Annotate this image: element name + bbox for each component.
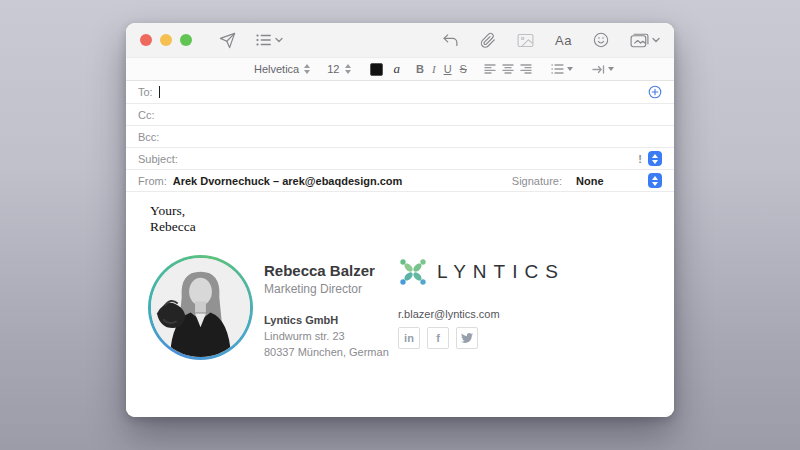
bcc-label: Bcc: — [138, 131, 159, 143]
text-cursor — [159, 86, 160, 98]
linkedin-icon[interactable]: in — [398, 327, 420, 349]
to-label: To: — [138, 86, 153, 98]
signature-job-title: Marketing Director — [264, 282, 391, 296]
signature-select-value: None — [576, 175, 648, 187]
from-value: Arek Dvornechuck – arek@ebaqdesign.com — [173, 175, 403, 187]
font-family-stepper-icon — [304, 64, 310, 74]
priority-stepper[interactable] — [648, 151, 662, 166]
title-bar: Aa — [126, 23, 674, 57]
list-icon — [551, 64, 564, 74]
font-family-value: Helvetica — [254, 63, 299, 75]
indent-icon — [592, 65, 605, 74]
bold-button[interactable]: B — [416, 63, 424, 75]
priority-mark: ! — [638, 153, 642, 165]
facebook-icon[interactable]: f — [427, 327, 449, 349]
underline-button[interactable]: U — [444, 63, 452, 75]
signature-select[interactable] — [648, 173, 662, 188]
emoji-smiley-icon[interactable] — [593, 32, 609, 48]
signature-label: Signature: — [512, 175, 562, 187]
cc-label: Cc: — [138, 109, 155, 121]
signature-company: Lyntics GmbH — [264, 314, 391, 326]
font-color-icon[interactable]: a — [394, 61, 401, 77]
zoom-window-button[interactable] — [180, 34, 192, 46]
social-links: in f — [398, 327, 565, 349]
bcc-field[interactable]: Bcc: — [126, 126, 674, 148]
align-right-icon[interactable] — [520, 64, 532, 74]
strikethrough-button[interactable]: S — [460, 63, 467, 75]
subject-label: Subject: — [138, 153, 178, 165]
attachment-paperclip-icon[interactable] — [480, 32, 496, 49]
dropdown-arrow-icon — [608, 67, 614, 71]
signature-address-line: 80337 München, German — [264, 346, 391, 358]
cc-field[interactable]: Cc: — [126, 104, 674, 126]
photo-browser-icon[interactable] — [630, 33, 660, 48]
signature-identity-column: Rebecca Balzer Marketing Director Lyntic… — [264, 255, 391, 360]
insert-image-icon[interactable] — [517, 33, 534, 48]
italic-button[interactable]: I — [432, 63, 436, 75]
indent-dropdown[interactable] — [592, 65, 614, 74]
avatar — [151, 258, 250, 357]
signature-address-line: Lindwurm str. 23 — [264, 330, 391, 342]
signature-email-link[interactable]: r.blazer@lyntics.com — [398, 308, 565, 320]
send-icon[interactable] — [219, 32, 236, 49]
lyntics-logo-text: LYNTICS — [437, 261, 565, 283]
message-text: Yours, Rebecca — [150, 203, 196, 235]
message-line: Rebecca — [150, 219, 196, 235]
avatar-ring — [148, 255, 253, 360]
chevron-down-icon — [275, 37, 283, 43]
format-panel-icon[interactable]: Aa — [555, 33, 572, 48]
subject-field[interactable]: Subject: ! — [126, 148, 674, 170]
signature-brand-column: LYNTICS r.blazer@lyntics.com in f — [398, 255, 565, 360]
align-center-icon[interactable] — [502, 64, 514, 74]
twitter-icon[interactable] — [456, 327, 478, 349]
desktop-background: Aa Helvetica — [0, 0, 800, 450]
portrait-photo-illustration — [151, 258, 250, 357]
undo-icon[interactable] — [442, 33, 459, 48]
align-left-icon[interactable] — [484, 64, 496, 74]
format-bar: Helvetica 12 a B I U S — [126, 57, 674, 81]
font-size-stepper-icon — [345, 64, 351, 74]
company-logo: LYNTICS — [398, 257, 565, 287]
close-window-button[interactable] — [140, 34, 152, 46]
window-controls — [140, 34, 192, 46]
message-body[interactable]: Yours, Rebecca — [126, 192, 674, 417]
list-style-dropdown[interactable] — [551, 64, 573, 74]
text-color-swatch[interactable] — [370, 63, 383, 76]
minimize-window-button[interactable] — [160, 34, 172, 46]
chevron-down-icon — [652, 37, 660, 43]
font-size-value: 12 — [327, 63, 339, 75]
dropdown-arrow-icon — [567, 67, 573, 71]
mail-compose-window: Aa Helvetica — [126, 23, 674, 417]
header-fields-list-icon[interactable] — [256, 33, 283, 47]
from-label: From: — [138, 175, 167, 187]
from-field[interactable]: From: Arek Dvornechuck – arek@ebaqdesign… — [126, 170, 674, 192]
message-line: Yours, — [150, 203, 196, 219]
font-family-select[interactable]: Helvetica — [254, 63, 310, 75]
lyntics-logo-icon — [398, 257, 428, 287]
to-field[interactable]: To: — [126, 81, 674, 104]
add-recipient-button[interactable] — [648, 85, 662, 99]
signature-name: Rebecca Balzer — [264, 262, 391, 279]
font-size-select[interactable]: 12 — [327, 63, 350, 75]
email-signature-card: Rebecca Balzer Marketing Director Lyntic… — [148, 255, 565, 360]
